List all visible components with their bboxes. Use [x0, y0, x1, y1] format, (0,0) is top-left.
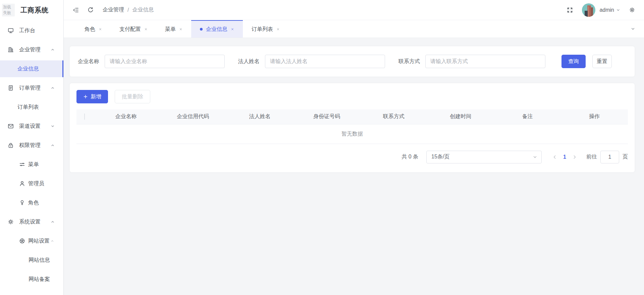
next-page-icon[interactable]: [572, 155, 577, 159]
reset-button[interactable]: 重置: [592, 55, 612, 68]
avatar[interactable]: [582, 3, 595, 17]
sidebar-item-workbench[interactable]: 工作台: [0, 22, 63, 39]
breadcrumb-separator: /: [127, 7, 129, 13]
goto-label: 前往: [586, 153, 597, 160]
app-title: 工商系统: [20, 6, 49, 15]
main-area: 企业管理 / 企业信息 admin: [64, 0, 644, 295]
sidebar-item-label: 企业管理: [19, 46, 41, 53]
sidebar-item-label: 网站备案: [29, 276, 50, 283]
sidebar-item-label: 渠道设置: [19, 123, 41, 130]
sidebar-item-role[interactable]: 角色: [0, 194, 63, 211]
close-icon[interactable]: [99, 28, 102, 31]
username-text: admin: [599, 7, 614, 13]
close-icon[interactable]: [231, 28, 234, 31]
sliders-icon: [19, 161, 25, 168]
chevron-up-icon: [51, 220, 55, 224]
sidebar-item-label: 系统设置: [19, 218, 41, 226]
pagination: 共 0 条 15条/页 1 前往: [76, 151, 628, 163]
chevron-up-icon: [51, 86, 55, 90]
tab-menu[interactable]: 菜单: [156, 20, 191, 38]
close-icon[interactable]: [179, 28, 182, 31]
company-name-input[interactable]: [105, 55, 225, 68]
search-field-company-name: 企业名称: [78, 55, 225, 68]
close-icon[interactable]: [276, 28, 280, 31]
sidebar-item-label: 管理员: [28, 180, 44, 187]
pagination-total: 共 0 条: [401, 153, 418, 160]
sidebar-item-company-management[interactable]: 企业管理: [0, 41, 63, 58]
search-form-card: 企业名称 法人姓名 联系方式 查询 重置: [70, 46, 635, 77]
empty-state-row: 暂无数据: [76, 124, 628, 144]
goto-page-input[interactable]: [600, 151, 619, 163]
legal-person-input[interactable]: [265, 55, 385, 68]
broken-image-text: 加载: [3, 4, 15, 10]
office-building-icon: [7, 46, 14, 53]
page-number-current[interactable]: 1: [563, 154, 566, 160]
sidebar-item-order-management[interactable]: 订单管理: [0, 80, 63, 96]
app-root: 加载 失败 工商系统 工作台 企业管理: [0, 0, 644, 295]
batch-delete-button[interactable]: 批量删除: [115, 90, 150, 103]
refresh-icon[interactable]: [87, 7, 94, 13]
search-buttons: 查询 重置: [561, 55, 612, 68]
page-size-value: 15条/页: [431, 153, 449, 160]
sidebar-item-channel-settings[interactable]: 渠道设置: [0, 118, 63, 135]
sidebar-item-label: 订单管理: [19, 85, 41, 92]
broken-image-text: 失败: [3, 10, 15, 16]
active-tab-dot: [200, 28, 203, 31]
close-icon[interactable]: [144, 28, 148, 31]
search-button[interactable]: 查询: [561, 55, 586, 68]
select-all-checkbox[interactable]: [84, 113, 85, 120]
fullscreen-icon[interactable]: [567, 7, 573, 13]
tab-label: 支付配置: [119, 26, 141, 33]
gear-icon[interactable]: [629, 7, 635, 13]
chevron-up-icon: [51, 239, 54, 243]
female-icon: [19, 199, 25, 206]
fold-sidebar-icon[interactable]: [72, 7, 79, 13]
sidebar-item-site-record[interactable]: 网站备案: [0, 271, 63, 288]
table-header-cell: 企业信用代码: [160, 109, 227, 124]
user-menu[interactable]: admin: [599, 7, 620, 13]
tab-payment-config[interactable]: 支付配置: [111, 20, 156, 38]
sidebar-item-site-settings[interactable]: 网站设置: [0, 233, 63, 249]
tab-order-list[interactable]: 订单列表: [243, 20, 288, 38]
sidebar-item-permission-management[interactable]: 权限管理: [0, 137, 63, 154]
table-header-row: 企业名称 企业信用代码 法人姓名 身份证号码 联系方式 创建时间 备注 操作: [76, 109, 628, 124]
table-header-cell: 法人姓名: [226, 109, 293, 124]
sidebar-item-label: 订单列表: [17, 104, 39, 111]
empty-state-text: 暂无数据: [76, 124, 628, 144]
page-content: 企业名称 法人姓名 联系方式 查询 重置: [64, 38, 644, 295]
table-header-cell: 操作: [561, 109, 628, 124]
sidebar-item-company-info[interactable]: 企业信息: [0, 60, 63, 77]
tags-view-bar: 角色 支付配置 菜单 企业信息: [64, 20, 644, 38]
tab-label: 企业信息: [206, 26, 227, 33]
sidebar-item-order-list[interactable]: 订单列表: [0, 99, 63, 115]
chevron-down-icon: [616, 8, 620, 12]
sidebar-item-label: 网站信息: [29, 257, 50, 264]
lock-icon: [7, 142, 14, 149]
table-header-cell: 备注: [494, 109, 561, 124]
contact-input[interactable]: [425, 55, 545, 68]
page-unit-label: 页: [623, 153, 628, 160]
table-toolbar: 新增 批量删除: [76, 90, 628, 103]
field-label: 企业名称: [78, 58, 99, 65]
chevron-down-icon: [533, 155, 537, 159]
sidebar-item-site-info[interactable]: 网站信息: [0, 252, 63, 268]
tab-role[interactable]: 角色: [76, 20, 111, 38]
sidebar-item-label: 网站设置: [28, 238, 50, 245]
tab-company-info[interactable]: 企业信息: [191, 20, 243, 38]
page-size-select[interactable]: 15条/页: [426, 151, 542, 163]
prev-page-icon[interactable]: [552, 155, 557, 159]
tabs-dropdown-chevron-icon[interactable]: [631, 20, 635, 38]
pie-wheel-icon: [19, 238, 25, 244]
breadcrumb: 企业管理 / 企业信息: [103, 6, 154, 13]
sidebar-item-menu[interactable]: 菜单: [0, 156, 63, 173]
add-button[interactable]: 新增: [76, 90, 108, 103]
sidebar-item-system-settings[interactable]: 系统设置: [0, 213, 63, 230]
sidebar-item-label: 工作台: [19, 27, 35, 34]
breadcrumb-item-current: 企业信息: [132, 6, 154, 13]
chevron-up-icon: [51, 48, 55, 52]
broken-logo-image: 加载 失败: [2, 4, 15, 16]
table-header-cell: 企业名称: [93, 109, 160, 124]
breadcrumb-item[interactable]: 企业管理: [103, 6, 124, 13]
gear-icon: [7, 218, 14, 225]
sidebar-item-administrator[interactable]: 管理员: [0, 175, 63, 192]
